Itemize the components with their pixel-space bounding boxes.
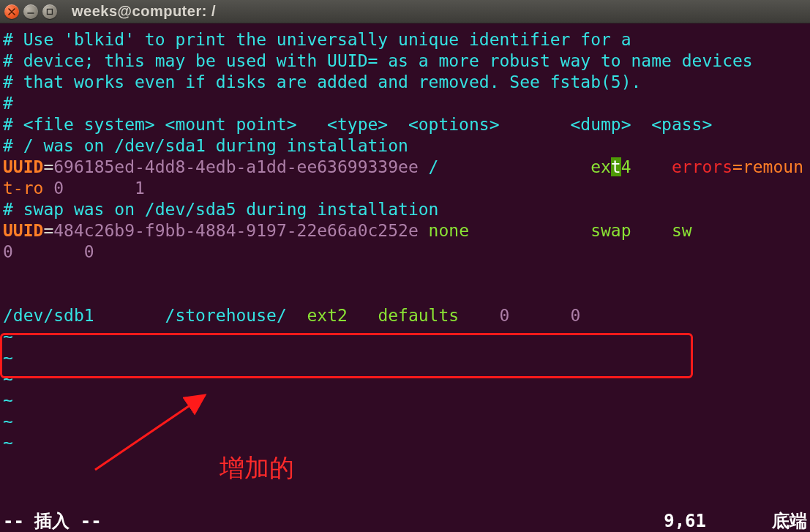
fs-type: ex bbox=[590, 157, 611, 176]
vim-mode: -- 插入 -- bbox=[3, 511, 102, 532]
comment-line: # device; this may be used with UUID= as… bbox=[3, 51, 753, 70]
vim-cursor-position: 9,61 bbox=[664, 511, 772, 532]
options: sw bbox=[672, 221, 810, 240]
vim-tilde: ~ bbox=[3, 391, 13, 410]
pass-value: 0 bbox=[84, 242, 94, 261]
uuid-value: 696185ed-4dd8-4edb-a1dd-ee63699339ee bbox=[53, 157, 419, 176]
uuid-key: UUID bbox=[3, 221, 43, 240]
comment-line: # swap was on /dev/sda5 during installat… bbox=[3, 200, 438, 219]
comment-line: # / was on /dev/sda1 during installation bbox=[3, 136, 408, 155]
uuid-value: 484c26b9-f9bb-4884-9197-22e66a0c252e bbox=[53, 221, 419, 240]
uuid-key: UUID bbox=[3, 157, 43, 176]
options: defaults bbox=[378, 306, 499, 325]
vim-statusline: -- 插入 -- 9,61 底端 bbox=[3, 511, 807, 532]
comment-line: # that works even if disks are added and… bbox=[3, 72, 641, 91]
vim-tilde: ~ bbox=[3, 433, 13, 452]
maximize-icon[interactable] bbox=[42, 4, 57, 19]
text-cursor: t bbox=[611, 157, 621, 176]
annotation-label: 增加的 bbox=[220, 457, 294, 479]
svg-rect-0 bbox=[48, 9, 53, 14]
window-title: weeks@computer: / bbox=[72, 1, 216, 22]
vim-tilde: ~ bbox=[3, 370, 13, 389]
comment-line: # bbox=[3, 94, 13, 113]
vim-scroll-indicator: 底端 bbox=[772, 511, 807, 532]
terminal-area[interactable]: # Use 'blkid' to print the universally u… bbox=[0, 23, 810, 532]
pass-value: 1 bbox=[135, 179, 145, 198]
fs-type: swap bbox=[590, 221, 672, 240]
fs-type: ext2 bbox=[307, 306, 378, 325]
option-errors: errors bbox=[631, 157, 732, 176]
comment-line: # <file system> <mount point> <type> <op… bbox=[3, 115, 712, 134]
vim-tilde: ~ bbox=[3, 412, 13, 431]
comment-line: # Use 'blkid' to print the universally u… bbox=[3, 30, 631, 49]
close-icon[interactable] bbox=[4, 4, 19, 19]
mount-point: / bbox=[419, 157, 590, 176]
dump-value: 0 bbox=[500, 306, 571, 325]
pass-value: 0 bbox=[570, 306, 580, 325]
vim-tilde: ~ bbox=[3, 348, 13, 367]
dump-value: 0 bbox=[3, 242, 84, 261]
dump-value: 0 bbox=[53, 179, 135, 198]
mount-point: none bbox=[419, 221, 590, 240]
vim-tilde: ~ bbox=[3, 327, 13, 346]
window-titlebar: weeks@computer: / bbox=[0, 0, 810, 23]
device-path: /dev/sdb1 bbox=[3, 306, 165, 325]
mount-point: /storehouse/ bbox=[165, 306, 307, 325]
terminal-content[interactable]: # Use 'blkid' to print the universally u… bbox=[3, 29, 807, 454]
minimize-icon[interactable] bbox=[23, 4, 38, 19]
